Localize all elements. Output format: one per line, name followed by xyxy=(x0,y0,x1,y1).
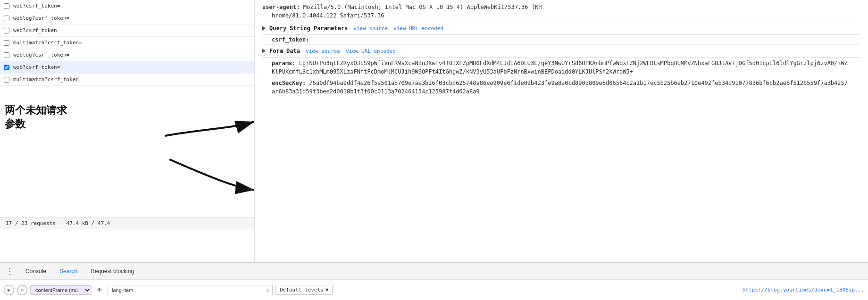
enc-sec-key-value: 75a0df94ba9ddf4e26f5e501a5709e7ae3b26f03… xyxy=(272,80,848,95)
request-name: weblog?csrf_token= xyxy=(13,52,69,58)
play-button[interactable]: ▶ xyxy=(4,285,14,295)
user-agent-section: user-agent: Mozilla/5.0 (Macintosh; Inte… xyxy=(262,0,860,22)
bottom-toolbar: ⋮ ConsoleSearchRequest blocking xyxy=(0,262,868,279)
form-data-section: Form Data view source view URL encoded p… xyxy=(262,45,860,97)
params-key: params: xyxy=(272,60,296,67)
clear-icon[interactable]: ✕ xyxy=(266,286,270,294)
user-agent-key: user-agent: xyxy=(262,4,300,10)
request-name: web?csrf_token= xyxy=(13,64,60,70)
request-list: web?csrf_token=weblog?csrf_token=web?csr… xyxy=(0,0,254,86)
left-panel: web?csrf_token=weblog?csrf_token=web?csr… xyxy=(0,0,255,262)
request-name: web?csrf_token= xyxy=(13,27,60,33)
request-item[interactable]: multimatch?csrf_token= xyxy=(0,74,254,86)
annotation-area: 两个未知请求 参数 xyxy=(5,104,67,131)
toolbar-tab-console[interactable]: Console xyxy=(20,266,52,276)
query-view-source[interactable]: view source xyxy=(353,25,388,32)
request-checkbox[interactable] xyxy=(4,3,9,9)
params-value: LgrNUrPo3qtFZRyxQJLS9pWfiVnFR9sXcaNBnJXw… xyxy=(272,60,848,75)
request-name: multimatch?csrf_token= xyxy=(13,76,82,83)
query-string-label: Query String Parameters xyxy=(269,25,348,32)
devtools-container: web?csrf_token=weblog?csrf_token=web?csr… xyxy=(0,0,868,300)
chevron-down-icon: ▼ xyxy=(326,287,329,293)
enc-sec-key-row: encSecKey: 75a0df94ba9ddf4e26f5e501a5709… xyxy=(262,77,860,97)
query-string-header: Query String Parameters view source view… xyxy=(262,22,860,35)
requests-count: 17 / 23 requests xyxy=(6,220,56,226)
levels-select[interactable]: Default levels ▼ xyxy=(275,285,333,295)
toolbar-dots-icon[interactable]: ⋮ xyxy=(6,266,14,276)
csrf-token-row: csrf_token: xyxy=(262,35,860,45)
form-view-source[interactable]: view source xyxy=(306,48,340,54)
request-checkbox[interactable] xyxy=(4,65,9,70)
eye-button[interactable]: 👁 xyxy=(94,285,105,295)
request-checkbox[interactable] xyxy=(4,28,9,33)
request-item[interactable]: web?csrf_token= xyxy=(0,25,254,37)
request-name: multimatch?csrf_token= xyxy=(13,40,82,46)
request-name: weblog?csrf_token= xyxy=(13,15,69,21)
form-triangle-icon xyxy=(262,49,266,53)
user-agent-value1: Mozilla/5.0 (Macintosh; Intel Mac OS X 1… xyxy=(303,4,542,10)
toolbar-tab-request-blocking[interactable]: Request blocking xyxy=(85,266,140,276)
request-name: web?csrf_token= xyxy=(13,3,60,9)
user-agent-value2: hrome/81.0.4044.122 Safari/537.36 xyxy=(262,12,384,19)
request-checkbox[interactable] xyxy=(4,77,9,83)
params-row: params: LgrNUrPo3qtFZRyxQJLS9pWfiVnFR9sX… xyxy=(262,58,860,77)
eye-icon: 👁 xyxy=(97,287,102,293)
request-item[interactable]: web?csrf_token= xyxy=(0,0,254,12)
annotation-text: 两个未知请求 参数 xyxy=(5,104,67,131)
form-data-title: Form Data xyxy=(262,48,300,54)
request-checkbox[interactable] xyxy=(4,40,9,46)
request-checkbox[interactable] xyxy=(4,52,9,58)
enc-sec-key-label: encSecKey: xyxy=(272,80,306,86)
footer-divider: | xyxy=(59,220,63,226)
query-string-title: Query String Parameters xyxy=(262,25,348,32)
request-item[interactable]: web?csrf_token= xyxy=(0,61,254,74)
annotation-line2: 参数 xyxy=(5,118,25,130)
request-item[interactable]: multimatch?csrf_token= xyxy=(0,37,254,49)
csrf-token-key: csrf_token: xyxy=(272,36,309,43)
toolbar-tab-search[interactable]: Search xyxy=(54,266,83,276)
search-input-container: ✕ xyxy=(108,285,273,295)
block-button[interactable]: ⊘ xyxy=(17,285,27,295)
form-data-header: Form Data view source view URL encoded xyxy=(262,45,860,58)
url-status: https://blog.yourtimes/devu=1_1806sp... xyxy=(743,287,864,293)
form-view-url-encoded[interactable]: view URL encoded xyxy=(346,48,396,54)
form-data-label: Form Data xyxy=(269,48,300,54)
request-checkbox[interactable] xyxy=(4,16,9,21)
levels-label: Default levels xyxy=(280,287,324,293)
query-view-url-encoded[interactable]: view URL encoded xyxy=(393,25,443,32)
play-icon: ▶ xyxy=(8,287,10,292)
request-item[interactable]: weblog?csrf_token= xyxy=(0,49,254,61)
main-area: web?csrf_token=weblog?csrf_token=web?csr… xyxy=(0,0,868,262)
bottom-input-row: ▶ ⊘ contentFrame (mu 👁 ✕ Default levels … xyxy=(0,279,868,300)
annotation-line1: 两个未知请求 xyxy=(5,104,67,116)
triangle-icon xyxy=(262,26,266,31)
size-info: 47.4 kB / 47.4 xyxy=(67,220,110,226)
left-footer: 17 / 23 requests | 47.4 kB / 47.4 xyxy=(0,217,254,229)
request-item[interactable]: weblog?csrf_token= xyxy=(0,12,254,25)
right-panel: user-agent: Mozilla/5.0 (Macintosh; Inte… xyxy=(255,0,868,262)
context-select[interactable]: contentFrame (mu xyxy=(30,285,92,295)
right-content: user-agent: Mozilla/5.0 (Macintosh; Inte… xyxy=(255,0,868,262)
search-input[interactable] xyxy=(108,285,273,295)
block-icon: ⊘ xyxy=(21,287,24,292)
